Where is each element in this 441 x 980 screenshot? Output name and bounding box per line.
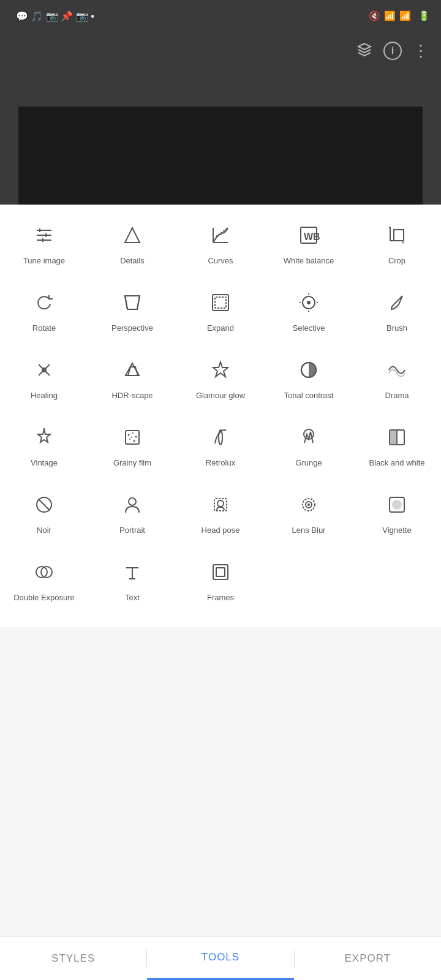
- curves-icon: [206, 221, 235, 250]
- layers-icon[interactable]: [356, 41, 372, 61]
- selective-icon: [294, 288, 323, 317]
- tool-label-text: Text: [125, 593, 140, 603]
- tool-label-glamour-glow: Glamour glow: [196, 391, 245, 401]
- nav-styles[interactable]: STYLES: [0, 937, 146, 980]
- tool-noir[interactable]: Noir: [0, 480, 88, 548]
- top-bar: i ⋮: [0, 32, 441, 70]
- rotate-icon: [29, 288, 59, 317]
- svg-marker-36: [213, 362, 228, 377]
- svg-point-43: [132, 432, 134, 434]
- tool-label-grunge: Grunge: [295, 458, 322, 469]
- tool-label-details: Details: [120, 256, 145, 266]
- svg-point-56: [217, 500, 224, 507]
- tool-label-retrolux: Retrolux: [206, 458, 235, 469]
- tool-healing[interactable]: Healing: [0, 345, 88, 413]
- tool-black-white[interactable]: Black and white: [353, 413, 441, 480]
- notification-icons: 💬 🎵 📷 📌 📷 •: [16, 10, 94, 22]
- bw-icon: [382, 423, 412, 452]
- tool-label-crop: Crop: [388, 256, 405, 266]
- svg-marker-6: [125, 228, 140, 243]
- nav-tools[interactable]: TOOLS: [147, 937, 293, 980]
- tool-vignette[interactable]: Vignette: [353, 480, 441, 548]
- tool-label-grainy-film: Grainy film: [113, 458, 151, 469]
- tool-expand[interactable]: Expand: [176, 278, 265, 345]
- nav-export[interactable]: EXPORT: [295, 937, 441, 980]
- svg-point-45: [129, 439, 130, 440]
- svg-line-16: [402, 242, 404, 243]
- tool-head-pose[interactable]: Head pose: [176, 480, 265, 548]
- tool-label-black-white: Black and white: [369, 458, 424, 469]
- tool-label-vintage: Vintage: [31, 458, 58, 469]
- svg-text:WB: WB: [304, 232, 320, 242]
- noir-icon: [29, 490, 59, 519]
- wb-icon: WB: [294, 221, 323, 250]
- photo-canvas: [18, 107, 423, 205]
- grainy-icon: [118, 423, 147, 452]
- tool-tune-image[interactable]: Tune image: [0, 211, 88, 278]
- tool-glamour-glow[interactable]: Glamour glow: [176, 345, 265, 413]
- tool-details[interactable]: Details: [88, 211, 176, 278]
- tool-white-balance[interactable]: WB White balance: [265, 211, 353, 278]
- tool-label-head-pose: Head pose: [202, 526, 240, 536]
- tool-label-expand: Expand: [207, 323, 234, 334]
- wifi-icon: 📶: [384, 10, 396, 21]
- more-icon[interactable]: ⋮: [413, 42, 429, 61]
- tool-drama[interactable]: Drama: [353, 345, 441, 413]
- tool-perspective[interactable]: Perspective: [88, 278, 176, 345]
- tool-label-vignette: Vignette: [382, 526, 411, 536]
- crop-icon: [382, 221, 412, 250]
- tool-crop[interactable]: Crop: [353, 211, 441, 278]
- svg-line-53: [39, 499, 50, 510]
- tool-label-curves: Curves: [208, 256, 233, 266]
- brush-icon: [382, 288, 412, 317]
- tool-retrolux[interactable]: Retrolux: [176, 413, 265, 480]
- svg-rect-67: [213, 565, 228, 579]
- tool-tonal-contrast[interactable]: Tonal contrast: [265, 345, 353, 413]
- tool-label-drama: Drama: [385, 391, 409, 401]
- tool-label-brush: Brush: [386, 323, 407, 334]
- svg-point-59: [307, 503, 310, 506]
- tool-label-selective: Selective: [293, 323, 325, 334]
- svg-rect-61: [392, 500, 402, 510]
- info-icon[interactable]: i: [383, 42, 402, 60]
- tool-text[interactable]: Text: [88, 548, 176, 615]
- mute-icon: 🔇: [369, 10, 380, 21]
- tool-label-perspective: Perspective: [111, 323, 153, 334]
- svg-line-20: [137, 296, 140, 309]
- tool-brush[interactable]: Brush: [353, 278, 441, 345]
- tools-section: Tune image Details Curves WB White balan…: [0, 205, 441, 627]
- battery-icon: 🔋: [418, 10, 430, 21]
- tool-rotate[interactable]: Rotate: [0, 278, 88, 345]
- top-bar-icons: i ⋮: [356, 41, 429, 61]
- svg-point-42: [128, 434, 130, 436]
- tool-frames[interactable]: Frames: [176, 548, 265, 615]
- svg-point-46: [134, 440, 135, 442]
- tool-grainy-film[interactable]: Grainy film: [88, 413, 176, 480]
- tune-icon: [29, 221, 59, 250]
- svg-point-47: [131, 437, 132, 438]
- status-left: 💬 🎵 📷 📌 📷 •: [11, 10, 94, 22]
- tool-vintage[interactable]: Vintage: [0, 413, 88, 480]
- tool-lens-blur[interactable]: Lens Blur: [265, 480, 353, 548]
- tool-selective[interactable]: Selective: [265, 278, 353, 345]
- lensblur-icon: [294, 490, 323, 519]
- tool-label-healing: Healing: [31, 391, 58, 401]
- portrait-icon: [118, 490, 147, 519]
- hdr-icon: [118, 355, 147, 385]
- glamour-icon: [206, 355, 235, 385]
- drama-icon: [382, 355, 412, 385]
- tool-label-rotate: Rotate: [32, 323, 56, 334]
- tool-grunge[interactable]: Grunge: [265, 413, 353, 480]
- tool-portrait[interactable]: Portrait: [88, 480, 176, 548]
- status-bar: 💬 🎵 📷 📌 📷 • 🔇 📶 📶 🔋: [0, 0, 441, 32]
- vignette-icon: [382, 490, 412, 519]
- svg-marker-35: [128, 367, 138, 375]
- tool-label-double-exposure: Double Exposure: [13, 593, 75, 603]
- tool-hdr-scape[interactable]: HDR-scape: [88, 345, 176, 413]
- tool-double-exposure[interactable]: Double Exposure: [0, 548, 88, 615]
- vintage-icon: [29, 423, 59, 452]
- signal-icon: 📶: [399, 10, 411, 21]
- tool-label-frames: Frames: [207, 593, 234, 603]
- tool-curves[interactable]: Curves: [176, 211, 265, 278]
- tool-label-noir: Noir: [37, 526, 51, 536]
